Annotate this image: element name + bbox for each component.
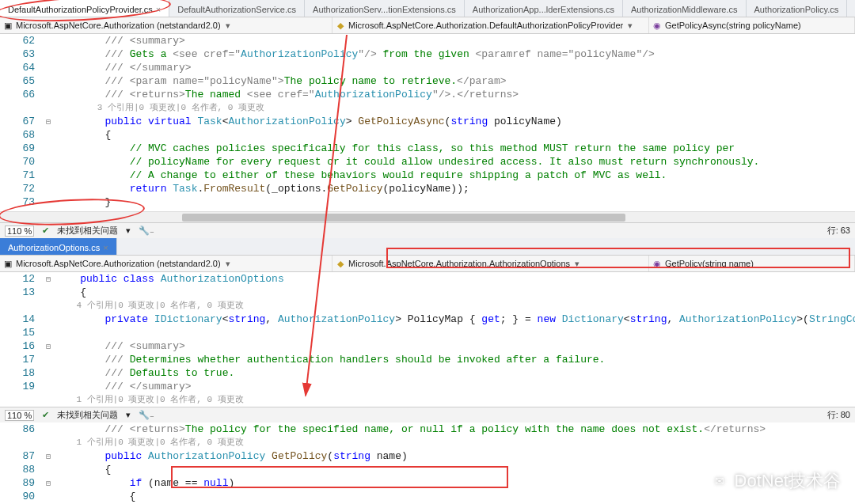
code-line[interactable]: public AuthorizationPolicy GetPolicy(str… <box>55 449 855 463</box>
tab[interactable]: AuthorizationOptions.cs× <box>0 238 117 255</box>
fold-toggle <box>41 88 55 101</box>
nav-project-label: Microsoft.AspNetCore.Authorization (nets… <box>16 21 221 30</box>
code-line[interactable]: /// <returns>The named <see cref="Author… <box>55 88 855 101</box>
line-number <box>0 299 35 313</box>
tabstrip-mid: AuthorizationOptions.cs× <box>0 238 855 256</box>
code-line[interactable]: /// <returns>The policy for the specifie… <box>55 423 855 436</box>
code-line[interactable]: /// Gets a <see cref="AuthorizationPolic… <box>55 47 855 61</box>
code-line[interactable]: /// Defaults to true. <box>55 366 855 380</box>
fold-toggle <box>41 61 55 74</box>
fold-toggle <box>41 101 55 115</box>
code-line[interactable]: // MVC caches policies specifically for … <box>55 142 855 155</box>
issues-text: 未找到相关问题 <box>57 409 118 421</box>
nav-project[interactable]: ▣ Microsoft.AspNetCore.Authorization (ne… <box>0 256 332 271</box>
line-number: 12 <box>0 272 35 286</box>
line-number: 65 <box>0 74 35 88</box>
fold-toggle[interactable]: ⊟ <box>41 476 55 490</box>
close-icon[interactable]: × <box>103 243 108 252</box>
line-gutter: 8687888990919293949596 <box>0 423 41 504</box>
watermark: ✉ DotNet技术谷 <box>709 469 841 493</box>
code-line[interactable]: /// <summary> <box>55 34 855 47</box>
code-line[interactable]: } <box>55 195 855 209</box>
zoom-dropdown[interactable]: 110 % <box>5 225 34 237</box>
tab-label: AuthorizationOptions.cs <box>8 243 100 252</box>
nav-class[interactable]: ◆ Microsoft.AspNetCore.Authorization.Def… <box>332 17 649 33</box>
code-line[interactable]: { <box>55 286 855 299</box>
code-line[interactable]: private IDictionary<string, Authorizatio… <box>55 313 855 326</box>
code-line[interactable]: public class AuthorizationOptions <box>55 272 855 286</box>
code-line[interactable]: // A change to either of these behaviors… <box>55 169 855 182</box>
issues-caret[interactable]: ▾ <box>126 410 131 420</box>
fold-toggle <box>41 393 55 407</box>
line-number <box>0 393 35 407</box>
line-number: 69 <box>0 142 35 155</box>
nav-member-label: GetPolicyAsync(string policyName) <box>665 21 801 30</box>
nav-member[interactable]: ◉ GetPolicy(string name) <box>649 256 855 271</box>
line-number: 89 <box>0 476 35 490</box>
fold-toggle <box>41 34 55 47</box>
tab[interactable]: AuthorizationPolicy.cs <box>747 0 848 17</box>
tab[interactable]: DefaultAuthorizationPolicyProvider.cs× <box>0 0 169 17</box>
navbar-top: ▣ Microsoft.AspNetCore.Authorization (ne… <box>0 17 855 34</box>
code-line[interactable]: /// </summary> <box>55 61 855 74</box>
tab-label: AuthorizationApp...lderExtensions.cs <box>473 5 614 14</box>
codelens[interactable]: 1 个引用|0 项更改|0 名作者, 0 项更改 <box>55 436 855 449</box>
nav-member[interactable]: ◉ GetPolicyAsync(string policyName) <box>649 17 855 33</box>
codelens[interactable]: 4 个引用|0 项更改|0 名作者, 0 项更改 <box>55 299 855 313</box>
line-gutter: 626364656667686970717273 <box>0 34 41 211</box>
code-line[interactable]: return Task.FromResult(_options.GetPolic… <box>55 182 855 195</box>
issues-caret[interactable]: ▾ <box>126 225 131 236</box>
nav-project[interactable]: ▣ Microsoft.AspNetCore.Authorization (ne… <box>0 17 332 33</box>
editor-pane-1[interactable]: 626364656667686970717273 ⊟ /// <summary>… <box>0 34 855 211</box>
fold-gutter[interactable]: ⊟⊟ <box>41 423 55 504</box>
fold-toggle[interactable]: ⊟ <box>41 115 55 128</box>
fold-toggle[interactable]: ⊟ <box>41 272 55 286</box>
line-number: 15 <box>0 326 35 339</box>
line-number: 87 <box>0 449 35 463</box>
codelens[interactable]: 3 个引用|0 项更改|0 名作者, 0 项更改 <box>55 101 855 115</box>
fold-toggle <box>41 182 55 195</box>
statusbar-1: 110 % ✔ 未找到相关问题 ▾ 🔧₋ 行: 63 <box>0 222 855 238</box>
code-line[interactable] <box>55 326 855 339</box>
line-number: 13 <box>0 286 35 299</box>
code-line[interactable]: // policyName for every request or it co… <box>55 155 855 169</box>
code-line[interactable]: { <box>55 128 855 142</box>
class-icon: ◆ <box>336 259 345 268</box>
line-number <box>0 436 35 449</box>
chevron-down-icon: ▾ <box>575 259 580 269</box>
code-line[interactable]: /// </summary> <box>55 380 855 393</box>
line-number: 71 <box>0 169 35 182</box>
nav-class-label: Microsoft.AspNetCore.Authorization.Defau… <box>348 21 623 30</box>
codelens[interactable]: 1 个引用|0 项更改|0 名作者, 0 项更改 <box>55 393 855 407</box>
fold-toggle[interactable]: ⊟ <box>41 449 55 463</box>
caret-position: 行: 63 <box>827 225 850 237</box>
fold-toggle <box>41 313 55 326</box>
nav-class[interactable]: ◆ Microsoft.AspNetCore.Authorization.Aut… <box>332 256 649 271</box>
tool-icon[interactable]: 🔧₋ <box>139 410 154 420</box>
line-number: 73 <box>0 195 35 209</box>
fold-toggle <box>41 366 55 380</box>
nav-member-label: GetPolicy(string name) <box>665 259 754 268</box>
fold-gutter[interactable]: ⊟⊟ <box>41 272 55 407</box>
zoom-dropdown[interactable]: 110 % <box>5 410 34 421</box>
fold-toggle[interactable]: ⊟ <box>41 339 55 353</box>
tab[interactable]: AuthorizationMiddleware.cs <box>623 0 747 17</box>
fold-toggle <box>41 74 55 88</box>
tab[interactable]: DefaultAuthorizationService.cs <box>169 0 305 17</box>
line-number: 62 <box>0 34 35 47</box>
line-number: 67 <box>0 115 35 128</box>
close-icon[interactable]: × <box>156 5 161 14</box>
tool-icon[interactable]: 🔧₋ <box>139 225 154 236</box>
fold-gutter[interactable]: ⊟ <box>41 34 55 211</box>
code-line[interactable]: /// <summary> <box>55 339 855 353</box>
editor-pane-2[interactable]: 1213141516171819 ⊟⊟ public class Authori… <box>0 272 855 407</box>
code-line[interactable]: public virtual Task<AuthorizationPolicy>… <box>55 115 855 128</box>
code-line[interactable]: /// Determines whether authentication ha… <box>55 353 855 366</box>
horizontal-scrollbar[interactable] <box>0 211 855 222</box>
fold-toggle <box>41 169 55 182</box>
code-line[interactable]: /// <param name="policyName">The policy … <box>55 74 855 88</box>
tab[interactable]: AuthorizationApp...lderExtensions.cs <box>465 0 623 17</box>
code-area[interactable]: public class AuthorizationOptions { 4 个引… <box>55 272 855 407</box>
tab[interactable]: AuthorizationServ...tionExtensions.cs <box>305 0 465 17</box>
code-area[interactable]: /// <summary> /// Gets a <see cref="Auth… <box>55 34 855 211</box>
